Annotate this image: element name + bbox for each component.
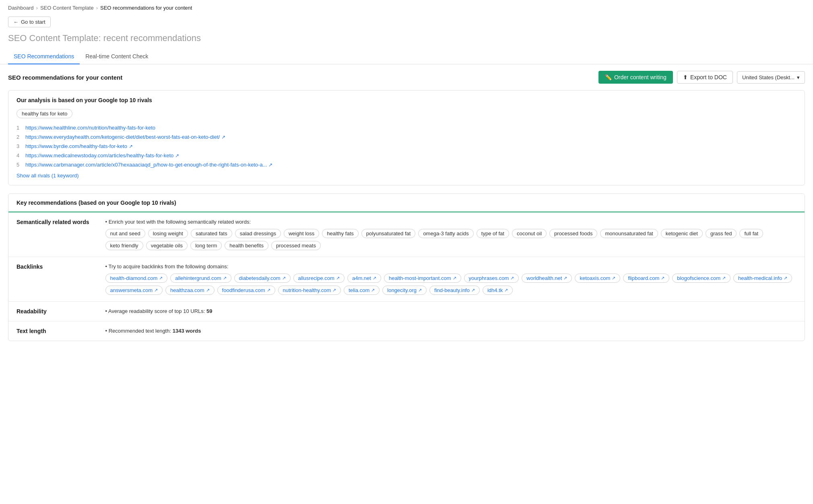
breadcrumb-dashboard[interactable]: Dashboard xyxy=(8,5,34,11)
rival-num-5: 5 xyxy=(17,162,22,168)
backlink-domain-tag[interactable]: telia.com ↗ xyxy=(344,286,380,295)
external-link-icon: ↗ xyxy=(510,276,514,281)
backlink-domain-tag[interactable]: worldhealth.net ↗ xyxy=(522,274,572,283)
order-writing-label: Order content writing xyxy=(614,74,666,80)
backlink-domain-tag[interactable]: foodfinderusa.com ↗ xyxy=(217,286,275,295)
breadcrumb: Dashboard › SEO Content Template › SEO r… xyxy=(0,0,813,14)
page-title-main: SEO Content Template: xyxy=(8,33,101,43)
rival-link-4[interactable]: https://www.medicalnewstoday.com/article… xyxy=(25,152,179,158)
rival-item-1: 1 https://www.healthline.com/nutrition/h… xyxy=(17,123,796,132)
rec-row-backlinks: Backlinks • Try to acquire backlinks fro… xyxy=(8,257,805,302)
backlink-domain-tag[interactable]: healthzaa.com ↗ xyxy=(165,286,215,295)
show-all-rivals-link[interactable]: Show all rivals (1 keyword) xyxy=(17,173,79,179)
backlink-domain-tag[interactable]: diabetesdaily.com ↗ xyxy=(234,274,291,283)
order-content-writing-button[interactable]: ✏️ Order content writing xyxy=(598,71,673,84)
semantic-content-cell: • Enrich your text with the following se… xyxy=(97,212,805,257)
rival-link-1[interactable]: https://www.healthline.com/nutrition/hea… xyxy=(25,125,155,131)
rival-num-3: 3 xyxy=(17,143,22,149)
external-link-icon: ↗ xyxy=(453,276,456,281)
rival-item-2: 2 https://www.everydayhealth.com/ketogen… xyxy=(17,132,796,142)
rec-table: Semantically related words • Enrich your… xyxy=(8,212,805,341)
rival-num-4: 4 xyxy=(17,152,22,158)
semantic-word-tag: omega-3 fatty acids xyxy=(418,229,473,238)
semantic-word-tag: grass fed xyxy=(706,229,737,238)
semantic-bullet: • Enrich your text with the following se… xyxy=(105,219,796,225)
rival-link-5[interactable]: https://www.carbmanager.com/article/x07h… xyxy=(25,162,272,168)
external-link-icon: ↗ xyxy=(282,276,286,281)
key-recommendations-box: Key recommendations (based on your Googl… xyxy=(8,193,805,341)
rival-num-2: 2 xyxy=(17,134,22,140)
semantic-word-tag: coconut oil xyxy=(512,229,547,238)
backlink-domain-tag[interactable]: health-most-important.com ↗ xyxy=(384,274,461,283)
page-subtitle: recent recommendations xyxy=(103,33,201,43)
key-rec-title: Key recommendations (based on your Googl… xyxy=(8,194,805,212)
external-link-icon: ↗ xyxy=(267,288,270,293)
country-label: United States (Deskt... xyxy=(742,74,794,80)
external-link-icon: ↗ xyxy=(223,276,227,281)
tab-realtime-check[interactable]: Real-time Content Check xyxy=(80,50,154,64)
backlink-domain-tag[interactable]: allusrecipe.com ↗ xyxy=(293,274,345,283)
semantic-word-tag: nut and seed xyxy=(105,229,145,238)
external-link-icon: ↗ xyxy=(373,276,376,281)
country-selector-button[interactable]: United States (Deskt... ▾ xyxy=(737,71,805,84)
backlink-domain-tag[interactable]: idh4.tk ↗ xyxy=(483,286,513,295)
external-link-icon: ↗ xyxy=(332,288,336,293)
semantic-word-tag: keto friendly xyxy=(105,241,143,250)
readability-score: 59 xyxy=(206,308,212,314)
section-title: SEO recommendations for your content xyxy=(8,74,122,81)
backlink-domain-tag[interactable]: blogofscience.com ↗ xyxy=(672,274,730,283)
backlink-domain-tag[interactable]: flipboard.com ↗ xyxy=(623,274,669,283)
arrow-left-icon: ← xyxy=(13,19,19,25)
external-link-icon: ↗ xyxy=(154,288,158,293)
rec-row-text-length: Text length • Recommended text length: 1… xyxy=(8,321,805,341)
backlink-domain-tag[interactable]: ketoaxis.com ↗ xyxy=(575,274,620,283)
ext-link-icon-3: ↗ xyxy=(129,144,133,149)
text-length-content-cell: • Recommended text length: 1343 words xyxy=(97,321,805,341)
analysis-title: Our analysis is based on your Google top… xyxy=(17,97,796,103)
go-to-start-button[interactable]: ← Go to start xyxy=(8,16,51,27)
backlink-domain-tag[interactable]: yourphrases.com ↗ xyxy=(464,274,519,283)
backlink-domain-tag[interactable]: find-beauty.info ↗ xyxy=(429,286,480,295)
tabs-bar: SEO Recommendations Real-time Content Ch… xyxy=(0,50,813,64)
backlink-domain-tag[interactable]: allehintergrund.com ↗ xyxy=(170,274,231,283)
text-length-text: • Recommended text length: 1343 words xyxy=(105,328,796,334)
rival-link-2[interactable]: https://www.everydayhealth.com/ketogenic… xyxy=(25,134,225,140)
semantic-label-cell: Semantically related words xyxy=(8,212,97,257)
backlink-domain-tag[interactable]: health-diamond.com ↗ xyxy=(105,274,168,283)
rec-row-semantic: Semantically related words • Enrich your… xyxy=(8,212,805,257)
rival-link-3[interactable]: https://www.byrdie.com/healthy-fats-for-… xyxy=(25,143,133,149)
readability-text: • Average readability score of top 10 UR… xyxy=(105,308,796,314)
semantic-word-tag: type of fat xyxy=(477,229,509,238)
backlink-domain-tag[interactable]: nutrition-healthy.com ↗ xyxy=(278,286,341,295)
breadcrumb-sct[interactable]: SEO Content Template xyxy=(40,5,94,11)
backlink-domain-tag[interactable]: health-medical.info ↗ xyxy=(733,274,792,283)
export-to-doc-button[interactable]: ⬆ Export to DOC xyxy=(677,71,733,84)
readability-content-cell: • Average readability score of top 10 UR… xyxy=(97,302,805,321)
rival-item-4: 4 https://www.medicalnewstoday.com/artic… xyxy=(17,151,796,160)
page-title: SEO Content Template: recent recommendat… xyxy=(0,31,813,50)
semantic-word-tag: full fat xyxy=(739,229,763,238)
backlink-domain-tag[interactable]: a4m.net ↗ xyxy=(347,274,381,283)
external-link-icon: ↗ xyxy=(563,276,567,281)
backlink-domain-tag[interactable]: answersmeta.com ↗ xyxy=(105,286,163,295)
external-link-icon: ↗ xyxy=(722,276,726,281)
export-doc-label: Export to DOC xyxy=(690,74,727,80)
semantic-word-tag: health benefits xyxy=(225,241,268,250)
backlinks-content-cell: • Try to acquire backlinks from the foll… xyxy=(97,257,805,302)
breadcrumb-sep-2: › xyxy=(96,5,98,11)
external-link-icon: ↗ xyxy=(661,276,664,281)
semantic-word-tag: processed foods xyxy=(549,229,597,238)
rec-row-readability: Readability • Average readability score … xyxy=(8,302,805,321)
backlink-domain-tag[interactable]: longecity.org ↗ xyxy=(382,286,427,295)
section-header-row: SEO recommendations for your content ✏️ … xyxy=(8,71,805,84)
breadcrumb-sep-1: › xyxy=(36,5,38,11)
external-link-icon: ↗ xyxy=(336,276,340,281)
external-link-icon: ↗ xyxy=(612,276,615,281)
tab-seo-recommendations[interactable]: SEO Recommendations xyxy=(8,50,80,64)
semantic-word-tag: losing weight xyxy=(148,229,188,238)
external-link-icon: ↗ xyxy=(471,288,475,293)
chevron-down-icon: ▾ xyxy=(797,74,800,80)
external-link-icon: ↗ xyxy=(371,288,375,293)
external-link-icon: ↗ xyxy=(504,288,508,293)
external-link-icon: ↗ xyxy=(206,288,210,293)
